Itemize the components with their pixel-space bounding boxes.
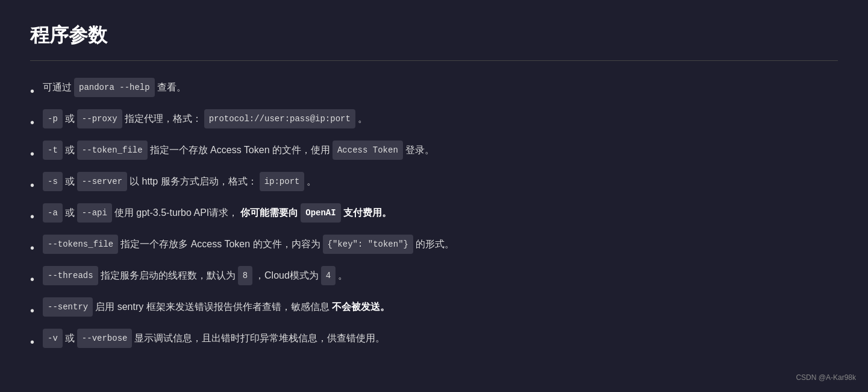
text-segment: 或 bbox=[65, 109, 75, 128]
text-segment: 。 bbox=[307, 172, 316, 191]
list-item-item-verbose: -v或--verbose显示调试信息，且出错时打印异常堆栈信息，供查错使用。 bbox=[30, 329, 838, 354]
text-segment: 登录。 bbox=[405, 141, 434, 160]
text-segment: 查看。 bbox=[157, 78, 186, 97]
list-item-item-threads: --threads指定服务启动的线程数，默认为8，Cloud模式为4。 bbox=[30, 266, 838, 291]
code-tag: pandora --help bbox=[74, 78, 155, 97]
watermark: CSDN @A-Kar98k bbox=[796, 371, 856, 385]
list-item-item-tokens-file: --tokens_file指定一个存放多 Access Token 的文件，内容… bbox=[30, 235, 838, 260]
text-segment: 。 bbox=[358, 109, 367, 128]
code-tag: --sentry bbox=[43, 297, 93, 317]
text-segment: 。 bbox=[338, 266, 348, 285]
code-tag: --proxy bbox=[77, 109, 122, 128]
code-tag: -a bbox=[43, 203, 63, 223]
code-tag: --threads bbox=[43, 266, 98, 285]
list-item-item-server: -s或--server以 http 服务方式启动，格式：ip:port。 bbox=[30, 172, 838, 197]
text-segment: 的形式。 bbox=[416, 235, 454, 254]
list-item-item-proxy: -p或--proxy指定代理，格式：protocol://user:pass@i… bbox=[30, 109, 838, 134]
bold-text: 你可能需要向 bbox=[240, 203, 298, 223]
text-segment: 指定服务启动的线程数，默认为 bbox=[101, 266, 236, 285]
code-tag: ip:port bbox=[260, 172, 305, 191]
text-segment: 指定代理，格式： bbox=[125, 109, 202, 128]
text-segment: 或 bbox=[65, 141, 75, 160]
code-tag: 4 bbox=[321, 266, 336, 285]
bold-text: 不会被发送。 bbox=[332, 297, 390, 317]
code-tag: --token_file bbox=[77, 141, 148, 160]
text-segment: 启用 sentry 框架来发送错误报告供作者查错，敏感信息 bbox=[95, 297, 329, 317]
bold-text: 支付费用。 bbox=[343, 203, 392, 223]
list-item-item-token-file: -t或--token_file指定一个存放 Access Token 的文件，使… bbox=[30, 141, 838, 166]
code-tag: -p bbox=[43, 109, 63, 128]
text-segment: ，Cloud模式为 bbox=[255, 266, 319, 285]
text-segment: 指定一个存放多 Access Token 的文件，内容为 bbox=[120, 235, 320, 254]
content-area: 可通过pandora --help查看。-p或--proxy指定代理，格式：pr… bbox=[30, 72, 838, 354]
code-tag: Access Token bbox=[333, 141, 403, 160]
text-segment: 显示调试信息，且出错时打印异常堆栈信息，供查错使用。 bbox=[134, 329, 385, 348]
code-tag: --server bbox=[77, 172, 127, 191]
text-segment: 以 http 服务方式启动，格式： bbox=[130, 172, 257, 191]
text-segment: 或 bbox=[65, 329, 75, 348]
params-list: 可通过pandora --help查看。-p或--proxy指定代理，格式：pr… bbox=[30, 78, 838, 354]
text-segment: 或 bbox=[65, 172, 75, 191]
text-segment: 可通过 bbox=[43, 78, 72, 97]
list-item-item-sentry: --sentry启用 sentry 框架来发送错误报告供作者查错，敏感信息不会被… bbox=[30, 297, 838, 323]
list-item-item-api: -a或--api使用 gpt-3.5-turbo API请求，你可能需要向Ope… bbox=[30, 203, 838, 229]
list-item-item-help: 可通过pandora --help查看。 bbox=[30, 78, 838, 103]
code-tag: -s bbox=[43, 172, 63, 191]
bold-code-tag: OpenAI bbox=[301, 203, 340, 223]
text-segment: 指定一个存放 Access Token 的文件，使用 bbox=[150, 141, 330, 160]
page-title: 程序参数 bbox=[30, 18, 838, 61]
code-tag: -v bbox=[43, 329, 63, 348]
code-tag: 8 bbox=[238, 266, 252, 285]
code-tag: --verbose bbox=[77, 329, 133, 348]
text-segment: 使用 gpt-3.5-turbo API请求， bbox=[114, 203, 238, 223]
text-segment: 或 bbox=[65, 203, 75, 223]
code-tag: {"key": "token"} bbox=[323, 235, 413, 254]
code-tag: protocol://user:pass@ip:port bbox=[204, 109, 355, 128]
code-tag: -t bbox=[43, 141, 63, 160]
code-tag: --tokens_file bbox=[43, 235, 118, 254]
code-tag: --api bbox=[77, 203, 112, 223]
